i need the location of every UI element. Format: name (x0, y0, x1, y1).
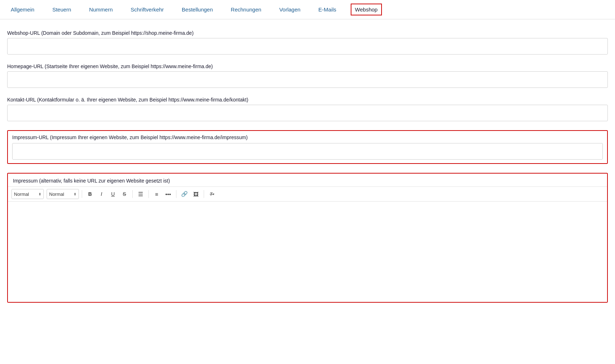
homepage-url-group: Homepage-URL (Startseite Ihrer eigenen W… (7, 63, 608, 88)
ordered-list-button[interactable]: ≡ (152, 189, 162, 199)
webshop-url-label: Webshop-URL (Domain oder Subdomain, zum … (7, 30, 608, 36)
font-size-chevron-icon: ⬍ (74, 192, 76, 196)
webshop-url-input[interactable] (7, 38, 608, 55)
kontakt-url-input[interactable] (7, 105, 608, 121)
unordered-list-button[interactable]: ••• (163, 189, 173, 199)
impressum-url-input[interactable] (12, 143, 603, 160)
navigation-bar: Allgemein Steuern Nummern Schriftverkehr… (0, 0, 615, 19)
link-button[interactable]: 🔗 (179, 189, 189, 199)
impressum-editor-label: Impressum (alternativ, falls keine URL z… (8, 174, 607, 186)
impressum-url-group: Impressum-URL (Impressum Ihrer eigenen W… (7, 130, 608, 164)
toolbar-divider-4 (176, 190, 176, 198)
homepage-url-label: Homepage-URL (Startseite Ihrer eigenen W… (7, 63, 608, 69)
main-content: Webshop-URL (Domain oder Subdomain, zum … (0, 19, 615, 322)
paragraph-style-value: Normal (14, 192, 29, 197)
nav-bestellungen[interactable]: Bestellungen (178, 4, 217, 15)
nav-rechnungen[interactable]: Rechnungen (227, 4, 265, 15)
kontakt-url-label: Kontakt-URL (Kontaktformular o. ä. Ihrer… (7, 97, 608, 103)
nav-allgemein[interactable]: Allgemein (7, 4, 38, 15)
editor-toolbar: Normal ⬍ Normal ⬍ B I U S ☰ ≡ (8, 186, 607, 202)
align-center-button[interactable]: ☰ (136, 189, 146, 199)
underline-button[interactable]: U (108, 189, 118, 199)
homepage-url-input[interactable] (7, 71, 608, 88)
strikethrough-button[interactable]: S (119, 189, 129, 199)
toolbar-divider-3 (148, 190, 149, 198)
toolbar-divider-5 (204, 190, 204, 198)
toolbar-divider-2 (132, 190, 133, 198)
font-size-value: Normal (49, 192, 64, 197)
paragraph-style-select[interactable]: Normal ⬍ (11, 189, 44, 199)
nav-nummern[interactable]: Nummern (85, 4, 116, 15)
italic-button[interactable]: I (96, 189, 107, 199)
paragraph-style-chevron-icon: ⬍ (38, 192, 41, 196)
kontakt-url-group: Kontakt-URL (Kontaktformular o. ä. Ihrer… (7, 97, 608, 121)
nav-emails[interactable]: E-Mails (315, 4, 340, 15)
nav-webshop[interactable]: Webshop (351, 4, 382, 15)
impressum-editor-area[interactable] (8, 202, 607, 302)
impressum-editor-group: Impressum (alternativ, falls keine URL z… (7, 173, 608, 303)
image-button[interactable]: 🖼 (191, 189, 201, 199)
toolbar-divider-1 (82, 190, 82, 198)
bold-button[interactable]: B (85, 189, 95, 199)
nav-steuern[interactable]: Steuern (49, 4, 75, 15)
impressum-url-label: Impressum-URL (Impressum Ihrer eigenen W… (12, 134, 603, 140)
font-size-select[interactable]: Normal ⬍ (47, 189, 79, 199)
clear-format-button[interactable]: Tx (207, 189, 217, 199)
nav-schriftverkehr[interactable]: Schriftverkehr (127, 4, 167, 15)
webshop-url-group: Webshop-URL (Domain oder Subdomain, zum … (7, 30, 608, 55)
nav-vorlagen[interactable]: Vorlagen (276, 4, 304, 15)
